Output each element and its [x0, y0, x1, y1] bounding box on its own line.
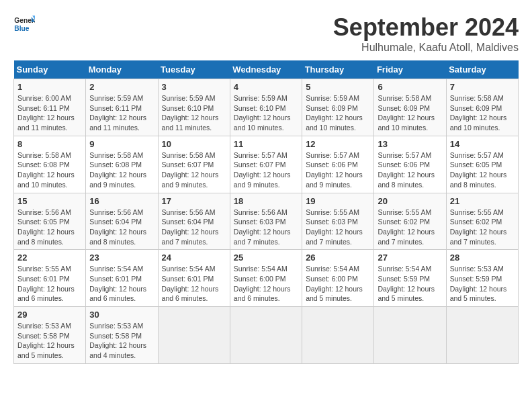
day-number: 9: [89, 139, 154, 149]
day-info: Sunrise: 5:58 AM Sunset: 6:08 PM Dayligh…: [17, 150, 82, 190]
day-info: Sunrise: 5:57 AM Sunset: 6:05 PM Dayligh…: [450, 150, 515, 190]
calendar-week-row: 1Sunrise: 6:00 AM Sunset: 6:11 PM Daylig…: [14, 79, 519, 136]
calendar-cell: 23Sunrise: 5:54 AM Sunset: 6:01 PM Dayli…: [86, 250, 158, 307]
calendar-week-row: 29Sunrise: 5:53 AM Sunset: 5:58 PM Dayli…: [14, 307, 519, 364]
calendar-cell: 12Sunrise: 5:57 AM Sunset: 6:06 PM Dayli…: [302, 136, 374, 193]
calendar-cell: 11Sunrise: 5:57 AM Sunset: 6:07 PM Dayli…: [230, 136, 302, 193]
calendar-cell: 22Sunrise: 5:55 AM Sunset: 6:01 PM Dayli…: [14, 250, 86, 307]
day-number: 4: [234, 82, 298, 92]
day-info: Sunrise: 5:55 AM Sunset: 6:02 PM Dayligh…: [450, 208, 515, 247]
calendar-cell: [374, 307, 446, 364]
calendar-cell: [230, 307, 302, 364]
calendar-cell: 26Sunrise: 5:54 AM Sunset: 6:00 PM Dayli…: [302, 250, 374, 307]
calendar-week-row: 15Sunrise: 5:56 AM Sunset: 6:05 PM Dayli…: [14, 193, 519, 250]
day-number: 24: [162, 253, 226, 263]
calendar-body: 1Sunrise: 6:00 AM Sunset: 6:11 PM Daylig…: [14, 79, 519, 364]
title-section: September 2024 Hulhumale, Kaafu Atoll, M…: [333, 13, 519, 54]
day-number: 14: [450, 139, 515, 149]
day-info: Sunrise: 5:58 AM Sunset: 6:09 PM Dayligh…: [450, 93, 515, 133]
calendar-cell: 25Sunrise: 5:54 AM Sunset: 6:00 PM Dayli…: [230, 250, 302, 307]
day-number: 29: [17, 310, 82, 320]
calendar-cell: 5Sunrise: 5:59 AM Sunset: 6:09 PM Daylig…: [302, 79, 374, 136]
day-header-sunday: Sunday: [14, 60, 86, 79]
day-info: Sunrise: 5:53 AM Sunset: 5:59 PM Dayligh…: [450, 264, 515, 304]
calendar-cell: 10Sunrise: 5:58 AM Sunset: 6:07 PM Dayli…: [158, 136, 230, 193]
day-number: 15: [17, 196, 82, 206]
day-header-tuesday: Tuesday: [158, 60, 230, 79]
calendar-cell: 17Sunrise: 5:56 AM Sunset: 6:04 PM Dayli…: [158, 193, 230, 250]
day-header-thursday: Thursday: [302, 60, 374, 79]
day-number: 17: [162, 196, 226, 206]
day-info: Sunrise: 5:54 AM Sunset: 5:59 PM Dayligh…: [378, 264, 442, 304]
day-number: 13: [378, 139, 442, 149]
calendar-cell: 2Sunrise: 5:59 AM Sunset: 6:11 PM Daylig…: [86, 79, 158, 136]
calendar-cell: 6Sunrise: 5:58 AM Sunset: 6:09 PM Daylig…: [374, 79, 446, 136]
svg-text:Blue: Blue: [14, 25, 29, 32]
day-number: 5: [306, 82, 370, 92]
day-info: Sunrise: 5:54 AM Sunset: 6:00 PM Dayligh…: [234, 264, 298, 304]
day-info: Sunrise: 5:58 AM Sunset: 6:08 PM Dayligh…: [89, 150, 154, 190]
day-number: 8: [17, 139, 82, 149]
day-info: Sunrise: 5:53 AM Sunset: 5:58 PM Dayligh…: [89, 321, 154, 361]
day-number: 12: [306, 139, 370, 149]
calendar-week-row: 22Sunrise: 5:55 AM Sunset: 6:01 PM Dayli…: [14, 250, 519, 307]
subtitle: Hulhumale, Kaafu Atoll, Maldives: [333, 42, 519, 54]
day-number: 3: [162, 82, 226, 92]
day-number: 7: [450, 82, 515, 92]
day-info: Sunrise: 5:59 AM Sunset: 6:10 PM Dayligh…: [162, 93, 226, 133]
day-info: Sunrise: 5:54 AM Sunset: 6:01 PM Dayligh…: [89, 264, 154, 304]
day-number: 20: [378, 196, 442, 206]
day-info: Sunrise: 5:59 AM Sunset: 6:11 PM Dayligh…: [89, 93, 154, 133]
day-info: Sunrise: 5:54 AM Sunset: 6:01 PM Dayligh…: [162, 264, 226, 304]
day-info: Sunrise: 5:54 AM Sunset: 6:00 PM Dayligh…: [306, 264, 370, 304]
calendar-cell: 8Sunrise: 5:58 AM Sunset: 6:08 PM Daylig…: [14, 136, 86, 193]
day-number: 18: [234, 196, 298, 206]
calendar-cell: 28Sunrise: 5:53 AM Sunset: 5:59 PM Dayli…: [446, 250, 518, 307]
calendar-cell: 24Sunrise: 5:54 AM Sunset: 6:01 PM Dayli…: [158, 250, 230, 307]
logo-icon: General Blue: [13, 13, 35, 35]
calendar-table: SundayMondayTuesdayWednesdayThursdayFrid…: [13, 60, 519, 364]
day-info: Sunrise: 5:55 AM Sunset: 6:03 PM Dayligh…: [306, 208, 370, 247]
calendar-week-row: 8Sunrise: 5:58 AM Sunset: 6:08 PM Daylig…: [14, 136, 519, 193]
calendar-cell: 27Sunrise: 5:54 AM Sunset: 5:59 PM Dayli…: [374, 250, 446, 307]
day-header-saturday: Saturday: [446, 60, 518, 79]
day-number: 1: [17, 82, 82, 92]
day-number: 2: [89, 82, 154, 92]
day-info: Sunrise: 6:00 AM Sunset: 6:11 PM Dayligh…: [17, 93, 82, 133]
calendar-cell: 15Sunrise: 5:56 AM Sunset: 6:05 PM Dayli…: [14, 193, 86, 250]
calendar-cell: 30Sunrise: 5:53 AM Sunset: 5:58 PM Dayli…: [86, 307, 158, 364]
day-header-wednesday: Wednesday: [230, 60, 302, 79]
calendar-cell: 29Sunrise: 5:53 AM Sunset: 5:58 PM Dayli…: [14, 307, 86, 364]
calendar-cell: [446, 307, 518, 364]
day-number: 23: [89, 253, 154, 263]
day-number: 30: [89, 310, 154, 320]
day-info: Sunrise: 5:56 AM Sunset: 6:04 PM Dayligh…: [162, 208, 226, 247]
day-header-monday: Monday: [86, 60, 158, 79]
calendar-cell: 4Sunrise: 5:59 AM Sunset: 6:10 PM Daylig…: [230, 79, 302, 136]
day-number: 26: [306, 253, 370, 263]
day-info: Sunrise: 5:55 AM Sunset: 6:02 PM Dayligh…: [378, 208, 442, 247]
calendar-cell: 16Sunrise: 5:56 AM Sunset: 6:04 PM Dayli…: [86, 193, 158, 250]
main-title: September 2024: [333, 13, 519, 42]
logo: General Blue: [13, 13, 35, 35]
day-info: Sunrise: 5:53 AM Sunset: 5:58 PM Dayligh…: [17, 321, 82, 361]
calendar-cell: [158, 307, 230, 364]
calendar-cell: 14Sunrise: 5:57 AM Sunset: 6:05 PM Dayli…: [446, 136, 518, 193]
day-number: 28: [450, 253, 515, 263]
calendar-cell: 20Sunrise: 5:55 AM Sunset: 6:02 PM Dayli…: [374, 193, 446, 250]
calendar-cell: 13Sunrise: 5:57 AM Sunset: 6:06 PM Dayli…: [374, 136, 446, 193]
day-number: 22: [17, 253, 82, 263]
day-info: Sunrise: 5:58 AM Sunset: 6:07 PM Dayligh…: [162, 150, 226, 190]
day-info: Sunrise: 5:57 AM Sunset: 6:06 PM Dayligh…: [306, 150, 370, 190]
day-info: Sunrise: 5:59 AM Sunset: 6:10 PM Dayligh…: [234, 93, 298, 133]
day-info: Sunrise: 5:56 AM Sunset: 6:04 PM Dayligh…: [89, 208, 154, 247]
day-number: 27: [378, 253, 442, 263]
calendar-header-row: SundayMondayTuesdayWednesdayThursdayFrid…: [14, 60, 519, 79]
day-info: Sunrise: 5:57 AM Sunset: 6:07 PM Dayligh…: [234, 150, 298, 190]
day-info: Sunrise: 5:57 AM Sunset: 6:06 PM Dayligh…: [378, 150, 442, 190]
calendar-cell: 9Sunrise: 5:58 AM Sunset: 6:08 PM Daylig…: [86, 136, 158, 193]
day-info: Sunrise: 5:55 AM Sunset: 6:01 PM Dayligh…: [17, 264, 82, 304]
calendar-cell: [302, 307, 374, 364]
calendar-cell: 7Sunrise: 5:58 AM Sunset: 6:09 PM Daylig…: [446, 79, 518, 136]
calendar-cell: 19Sunrise: 5:55 AM Sunset: 6:03 PM Dayli…: [302, 193, 374, 250]
